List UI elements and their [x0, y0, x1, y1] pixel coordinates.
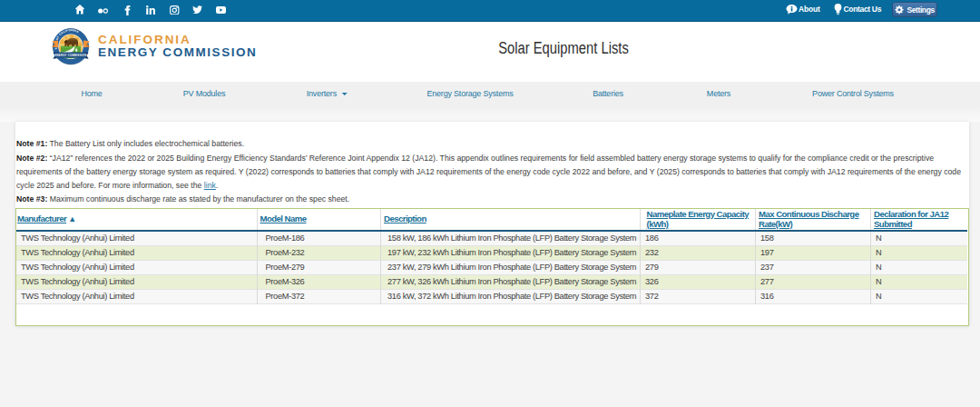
- svg-text:ENERGY COMMISSION: ENERGY COMMISSION: [54, 53, 86, 56]
